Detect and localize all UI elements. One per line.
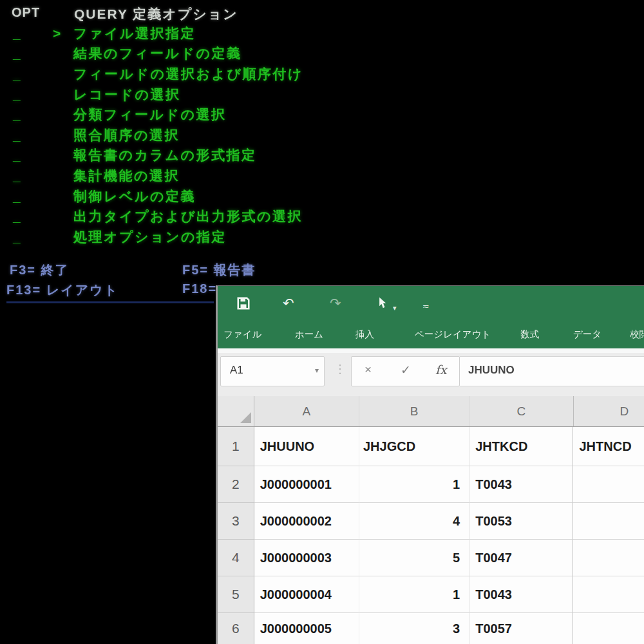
cell-c1[interactable]: JHTKCD — [469, 427, 573, 466]
cell-a2[interactable]: J000000001 — [254, 466, 359, 503]
cell-c2[interactable]: T0043 — [469, 466, 573, 503]
tab-file[interactable]: ファイル — [223, 328, 261, 341]
cell-c6[interactable]: T0057 — [469, 613, 573, 644]
tab-data[interactable]: データ — [573, 328, 601, 341]
tab-insert[interactable]: 挿入 — [355, 328, 374, 341]
cell-b2[interactable]: 1 — [359, 466, 469, 503]
quick-access-toolbar: ↶ ↷ ▾ ≂ — [218, 286, 644, 323]
cell-c4[interactable]: T0047 — [469, 540, 573, 576]
cell-d5[interactable] — [573, 576, 644, 613]
active-cell-reference: A1 — [230, 364, 243, 377]
cancel-icon[interactable]: × — [365, 363, 372, 377]
row-header[interactable]: 5 — [218, 576, 254, 613]
terminal-title-row: OPT QUERY 定義オプション — [0, 5, 644, 24]
column-header-d[interactable]: D — [573, 396, 644, 426]
select-all-triangle-icon — [240, 412, 251, 423]
row-header[interactable]: 3 — [218, 503, 254, 540]
row-header[interactable]: 2 — [218, 466, 254, 503]
opt-input-field[interactable]: _ — [0, 147, 53, 163]
table-row: 5 J000000004 1 T0043 — [218, 576, 644, 613]
tab-home[interactable]: ホーム — [295, 328, 323, 341]
cell-c5[interactable]: T0043 — [469, 576, 573, 613]
redo-icon[interactable]: ↷ — [330, 296, 341, 311]
menu-item-label: フィールドの選択および順序付け — [73, 65, 303, 83]
name-box[interactable]: A1 ▾ — [220, 356, 325, 386]
cell-a4[interactable]: J000000003 — [254, 540, 359, 576]
cell-d6[interactable] — [573, 613, 644, 644]
cell-b5[interactable]: 1 — [359, 576, 469, 613]
customize-qat-icon[interactable]: ≂ — [422, 299, 430, 314]
tab-review[interactable]: 校閲 — [630, 328, 644, 341]
column-header-c[interactable]: C — [469, 396, 573, 426]
menu-row: _ 照合順序の選択 — [0, 125, 644, 146]
opt-input-field[interactable]: _ — [0, 46, 53, 61]
menu-item-label: 処理オプションの指定 — [73, 228, 227, 246]
menu-item-label: 出力タイプおよび出力形式の選択 — [73, 207, 303, 225]
cell-c3[interactable]: T0053 — [469, 503, 573, 540]
formula-bar-buttons: × ✓ fx — [351, 356, 460, 386]
column-header-b[interactable]: B — [359, 396, 469, 426]
chevron-down-icon[interactable]: ▾ — [393, 300, 397, 316]
save-icon[interactable] — [236, 296, 251, 311]
menu-item-label: 照合順序の選択 — [73, 126, 180, 144]
menu-row: _ 処理オプションの指定 — [0, 227, 644, 247]
row-header[interactable]: 4 — [218, 540, 254, 576]
chevron-down-icon[interactable]: ▾ — [315, 366, 319, 375]
cell-a5[interactable]: J000000004 — [254, 576, 359, 613]
undo-icon[interactable]: ↶ — [283, 296, 294, 311]
column-header-a[interactable]: A — [254, 396, 359, 426]
cell-d4[interactable] — [573, 540, 644, 576]
screenshot-stage: OPT QUERY 定義オプション _ > ファイル選択指定 _ 結果のフィール… — [0, 0, 644, 644]
cell-b4[interactable]: 5 — [359, 540, 469, 576]
cell-a6[interactable]: J000000005 — [254, 613, 359, 644]
opt-input-field[interactable]: _ — [0, 168, 53, 184]
opt-input-field[interactable]: _ — [0, 229, 53, 245]
table-row: 6 J000000005 3 T0057 — [218, 613, 644, 644]
formula-bar-value: JHUUNO — [468, 364, 515, 377]
menu-row: _ レコードの選択 — [0, 84, 644, 105]
cell-b3[interactable]: 4 — [359, 503, 469, 540]
touch-mode-icon[interactable] — [375, 296, 388, 311]
formula-bar-separator: ⋮ — [334, 362, 346, 376]
selection-cursor: > — [53, 26, 73, 41]
opt-input-field[interactable]: _ — [0, 189, 53, 204]
row-header[interactable]: 1 — [218, 427, 254, 466]
menu-row: _ 出力タイプおよび出力形式の選択 — [0, 206, 644, 227]
opt-input-field[interactable]: _ — [0, 26, 53, 41]
menu-row: _ > ファイル選択指定 — [0, 23, 644, 44]
tab-page-layout[interactable]: ページレイアウト — [415, 328, 491, 341]
menu-item-label: 報告書のカラムの形式指定 — [73, 146, 256, 164]
table-row: 1 JHUUNO JHJGCD JHTKCD JHTNCD — [218, 427, 644, 466]
terminal-title: QUERY 定義オプション — [74, 5, 238, 23]
opt-input-field[interactable]: _ — [0, 209, 53, 224]
cell-d1[interactable]: JHTNCD — [573, 427, 644, 466]
opt-input-field[interactable]: _ — [0, 87, 53, 102]
worksheet-grid: 1 JHUUNO JHJGCD JHTKCD JHTNCD 2 J0000000… — [218, 427, 644, 644]
cell-a1[interactable]: JHUUNO — [254, 427, 359, 466]
enter-icon[interactable]: ✓ — [401, 363, 411, 377]
opt-input-field[interactable]: _ — [0, 66, 53, 82]
tab-formulas[interactable]: 数式 — [520, 328, 539, 341]
table-row: 4 J000000003 5 T0047 — [218, 540, 644, 576]
menu-item-label: 結果のフィールドの定義 — [73, 44, 242, 62]
formula-bar[interactable]: JHUUNO — [460, 356, 644, 386]
opt-input-field[interactable]: _ — [0, 107, 53, 122]
menu-item-label: 制御レベルの定義 — [73, 187, 196, 205]
menu-row: _ 結果のフィールドの定義 — [0, 44, 644, 64]
menu-item-label: レコードの選択 — [73, 86, 180, 104]
cell-d3[interactable] — [573, 503, 644, 540]
opt-input-field[interactable]: _ — [0, 128, 53, 143]
fkey-f5-report: F5= 報告書 — [182, 261, 256, 279]
select-all-corner[interactable] — [218, 396, 254, 426]
table-row: 2 J000000001 1 T0043 — [218, 466, 644, 503]
menu-item-label: 集計機能の選択 — [73, 167, 180, 185]
fkey-f18: F18= — [182, 281, 217, 296]
insert-function-icon[interactable]: fx — [435, 363, 447, 377]
cell-b1[interactable]: JHJGCD — [359, 427, 469, 466]
cell-b6[interactable]: 3 — [359, 613, 469, 644]
query-options-menu: _ > ファイル選択指定 _ 結果のフィールドの定義 _ フィールドの選択および… — [0, 23, 644, 247]
row-header[interactable]: 6 — [218, 613, 254, 644]
cell-d2[interactable] — [573, 466, 644, 503]
cell-a3[interactable]: J000000002 — [254, 503, 359, 540]
table-row: 3 J000000002 4 T0053 — [218, 503, 644, 540]
